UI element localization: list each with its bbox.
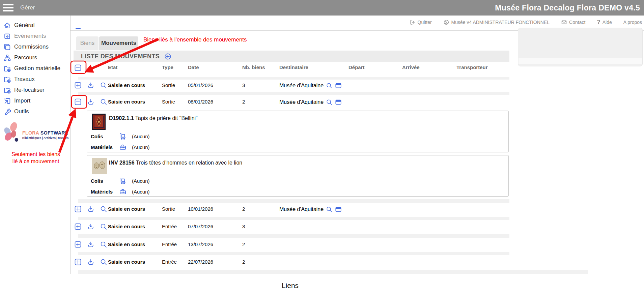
tab-biens[interactable]: Biens xyxy=(76,36,99,50)
search-icon[interactable] xyxy=(100,241,107,248)
materiels-label: Matériels xyxy=(91,144,113,150)
column-header-date: Date xyxy=(188,64,199,70)
destinataire-search-icon[interactable] xyxy=(326,82,333,89)
table-header-row: EtatTypeDateNb. biensDestinataireDépartA… xyxy=(74,62,509,74)
destinataire-card-icon[interactable] xyxy=(335,82,342,89)
destinataire-card-icon[interactable] xyxy=(335,206,342,213)
cell-type: Entrée xyxy=(162,224,177,229)
sidebar-item-re-localiser[interactable]: Re-localiser xyxy=(0,85,70,95)
cell-type: Sortie xyxy=(162,82,175,88)
toolbox-icon[interactable] xyxy=(119,188,127,195)
item-code: INV 28156 xyxy=(109,160,135,166)
header-link-a-propos[interactable]: A propos xyxy=(623,20,642,25)
header-link-quitter[interactable]: Quitter xyxy=(410,19,432,25)
cell-nb-biens: 2 xyxy=(242,206,245,212)
tab-mouvements[interactable]: Mouvements xyxy=(99,36,138,50)
sitemap-icon xyxy=(3,54,11,62)
destinataire-search-icon[interactable] xyxy=(326,206,333,213)
expand-row-icon[interactable] xyxy=(74,223,82,230)
collapse-row-icon[interactable] xyxy=(74,98,82,106)
movement-row: Saisie en coursEntrée13/07/20262 xyxy=(74,239,509,250)
materiels-value: (Aucun) xyxy=(132,144,150,150)
column-header-nb-biens: Nb. biens xyxy=(242,64,265,70)
search-icon[interactable] xyxy=(100,223,107,230)
cell-nb-biens: 2 xyxy=(242,259,245,265)
sidebar-item-gestion-mat-rielle[interactable]: Gestion matérielle xyxy=(0,63,70,74)
sidebar-item-label: Gestion matérielle xyxy=(14,65,60,72)
linked-item-card: INV 28156 Trois têtes d'hommes en relati… xyxy=(87,155,509,197)
sidebar-item-g-n-ral[interactable]: Général xyxy=(0,20,70,31)
expand-row-icon[interactable] xyxy=(74,82,82,89)
cell-nb-biens: 2 xyxy=(242,241,245,247)
collapse-all-icon[interactable] xyxy=(74,64,82,71)
destinataire-label: Musée d'Aquitaine xyxy=(279,83,324,89)
destinataire-card-icon[interactable] xyxy=(335,99,342,106)
item-name: Tapis de prière dit "Bellini" xyxy=(134,115,198,121)
sidebar-item-label: Evènements xyxy=(14,33,46,39)
sketch-thumbnail[interactable] xyxy=(92,158,107,176)
side-panel-footer-strip xyxy=(519,58,642,64)
sidebar-item-ev-nements[interactable]: Evènements xyxy=(0,31,70,41)
wrench-icon xyxy=(3,108,11,116)
download-icon[interactable] xyxy=(87,205,94,213)
sidebar-divider xyxy=(70,16,71,274)
folder-globe-icon xyxy=(3,86,11,94)
cell-date: 07/07/2026 xyxy=(188,224,213,229)
header-link-mus-e-v4-administrateur-fonctionnel[interactable]: Musée v4 ADMINISTRATEUR FONCTIONNEL xyxy=(443,19,550,25)
download-icon[interactable] xyxy=(87,241,94,248)
cell-etat: Saisie en cours xyxy=(108,224,145,229)
header-link-label: Aide xyxy=(603,20,612,25)
header-links: QuitterMusée v4 ADMINISTRATEUR FONCTIONN… xyxy=(410,19,642,26)
movements-list-header: LISTE DES MOUVEMENTS xyxy=(74,51,509,62)
import-icon xyxy=(3,97,11,105)
cell-etat: Saisie en cours xyxy=(108,206,145,212)
destinataire-search-icon[interactable] xyxy=(326,99,333,106)
toolbox-icon[interactable] xyxy=(119,143,127,151)
download-icon[interactable] xyxy=(87,223,94,230)
expand-row-icon[interactable] xyxy=(74,241,82,248)
movement-row: Saisie en coursSortie05/01/20263Musée d'… xyxy=(74,80,509,91)
cell-etat: Saisie en cours xyxy=(108,259,145,265)
collapsed-panel-dash[interactable] xyxy=(76,28,81,29)
menu-label: Gérer xyxy=(20,4,35,11)
sidebar-item-label: Commissions xyxy=(14,43,49,50)
header-link-contact[interactable]: Contact xyxy=(561,19,585,25)
sidebar-item-travaux[interactable]: Travaux xyxy=(0,74,70,85)
cell-destinataire: Musée d'Aquitaine xyxy=(279,99,342,106)
cell-nb-biens: 3 xyxy=(242,82,245,88)
add-movement-icon[interactable] xyxy=(164,53,171,60)
annotation-only-this-movement: Seulement les biens lié à ce mouvement xyxy=(5,151,67,165)
search-icon[interactable] xyxy=(100,98,107,106)
trolley-icon[interactable] xyxy=(119,133,127,140)
column-header-d-part: Départ xyxy=(348,64,365,70)
colis-label: Colis xyxy=(91,178,103,184)
sidebar-item-import[interactable]: Import xyxy=(0,95,70,106)
cell-nb-biens: 3 xyxy=(242,224,245,229)
materiels-value: (Aucun) xyxy=(132,189,150,195)
sidebar-item-commissions[interactable]: Commissions xyxy=(0,41,70,52)
expand-row-icon[interactable] xyxy=(74,258,82,266)
sidebar-item-outils[interactable]: Outils xyxy=(0,106,70,117)
sidebar-item-parcours[interactable]: Parcours xyxy=(0,52,70,63)
sidebar-item-label: Travaux xyxy=(14,76,35,83)
search-icon[interactable] xyxy=(100,82,107,89)
column-header-transporteur: Transporteur xyxy=(456,64,488,70)
movement-row: Saisie en coursSortie10/01/20262Musée d'… xyxy=(74,203,509,215)
hamburger-menu-icon[interactable] xyxy=(3,4,13,11)
header-link-aide[interactable]: ?Aide xyxy=(597,19,612,26)
download-icon[interactable] xyxy=(87,258,94,266)
app-window: Gérer Musée Flora Decalog Flora DEMO v4.… xyxy=(0,0,644,292)
logo-wordmark: FLORA SOFTWARE xyxy=(22,130,68,136)
home-icon xyxy=(3,22,11,29)
movement-row: Saisie en coursEntrée07/07/20263 xyxy=(74,221,509,232)
cell-etat: Saisie en cours xyxy=(108,241,145,247)
copy-icon xyxy=(3,43,11,51)
download-icon[interactable] xyxy=(87,82,94,89)
sidebar-item-label: Outils xyxy=(14,108,29,115)
carpet-thumbnail[interactable] xyxy=(92,114,106,131)
trolley-icon[interactable] xyxy=(119,177,127,184)
search-icon[interactable] xyxy=(100,258,107,266)
expand-row-icon[interactable] xyxy=(74,205,82,213)
search-icon[interactable] xyxy=(100,205,107,213)
download-icon[interactable] xyxy=(87,98,94,106)
